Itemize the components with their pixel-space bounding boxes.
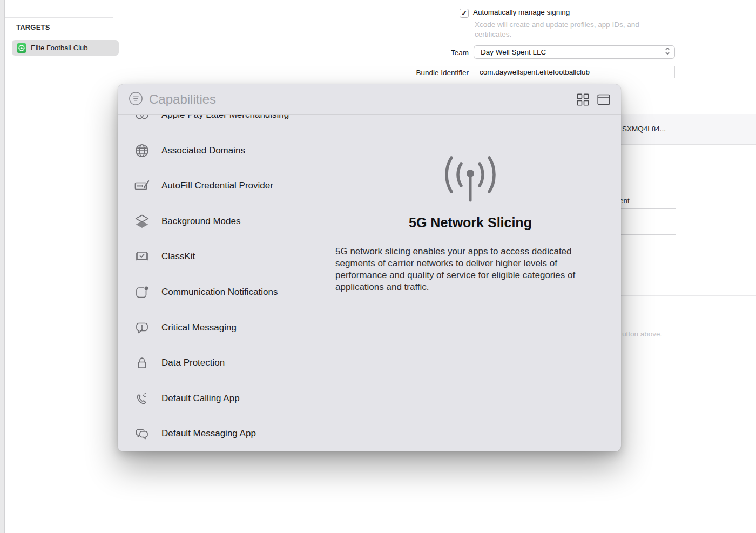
team-id-row-fragment: SXMQ4L84... [621,114,756,145]
capability-detail-description: 5G network slicing enables your apps to … [335,246,605,293]
capability-item-partial[interactable]: Apple Pay Later Merchandising [118,115,319,133]
project-sidebar: TARGETS Elite Football Club [5,0,125,533]
sidebar-item-target[interactable]: Elite Football Club [12,40,119,56]
capabilities-popup: Apple Pay Later Merchandising Associated… [118,84,621,451]
capability-item-autofill[interactable]: AutoFill Credential Provider [118,168,319,204]
background-rule [621,295,756,296]
capability-item-background-modes[interactable]: Background Modes [118,204,319,239]
capability-item-communication-notifications[interactable]: Communication Notifications [118,274,319,310]
app-badge-icon [134,284,150,300]
capability-item-classkit[interactable]: ClassKit [118,239,319,274]
capability-item-data-protection[interactable]: Data Protection [118,345,319,381]
capabilities-popup-body: Apple Pay Later Merchandising Associated… [118,115,621,451]
field-underline [621,222,677,222]
lock-icon [134,355,150,371]
xcode-signing-capabilities-screen: TARGETS Elite Football Club Automaticall… [0,0,756,533]
capabilities-list: Apple Pay Later Merchandising Associated… [118,115,319,451]
phone-waves-icon [134,390,150,407]
bundle-identifier-input[interactable] [476,66,675,78]
field-underline [621,234,676,235]
team-id-text-fragment: SXMQ4L84... [622,125,666,133]
filter-icon [129,91,143,108]
classkit-board-icon [134,248,150,265]
auto-manage-signing-help: Xcode will create and update profiles, a… [475,20,656,39]
app-target-icon [17,43,26,53]
stepper-chevrons-icon [665,46,670,58]
auto-manage-signing-label: Automatically manage signing [473,8,570,16]
capabilities-filter-input[interactable] [149,92,568,107]
auto-manage-signing-checkbox[interactable] [460,9,469,18]
capability-item-critical-messaging[interactable]: Critical Messaging [118,310,319,346]
targets-section-label: TARGETS [16,23,50,31]
team-selected-value: Day Well Spent LLC [481,48,665,56]
bundle-identifier-label: Bundle Identifier [399,69,469,77]
capability-detail-panel: 5G Network Slicing 5G network slicing en… [320,115,621,451]
team-label: Team [399,49,469,57]
capability-item-default-messaging-app[interactable]: Default Messaging App [118,416,319,451]
sidebar-divider [5,17,113,18]
team-dropdown[interactable]: Day Well Spent LLC [474,45,675,59]
antenna-radiowaves-icon [435,154,505,205]
field-underline [621,208,676,209]
navigator-edge-strip [0,0,5,533]
background-rule [621,156,756,156]
capability-item-associated-domains[interactable]: Associated Domains [118,133,319,168]
globe-icon [134,143,150,159]
layers-icon [134,213,150,230]
grid-view-button[interactable] [576,93,589,106]
capability-item-default-calling-app[interactable]: Default Calling App [118,381,319,416]
column-view-button[interactable] [597,93,610,106]
capability-detail-title: 5G Network Slicing [320,215,621,231]
autofill-field-icon [134,178,150,194]
chat-bubbles-icon [134,426,150,442]
capabilities-popup-header [118,84,621,115]
background-rule [621,264,756,264]
message-exclamation-icon [134,320,150,336]
apple-pay-icon [134,115,150,123]
hint-text-fragment: utton above. [622,330,662,338]
target-name-label: Elite Football Club [31,44,88,52]
